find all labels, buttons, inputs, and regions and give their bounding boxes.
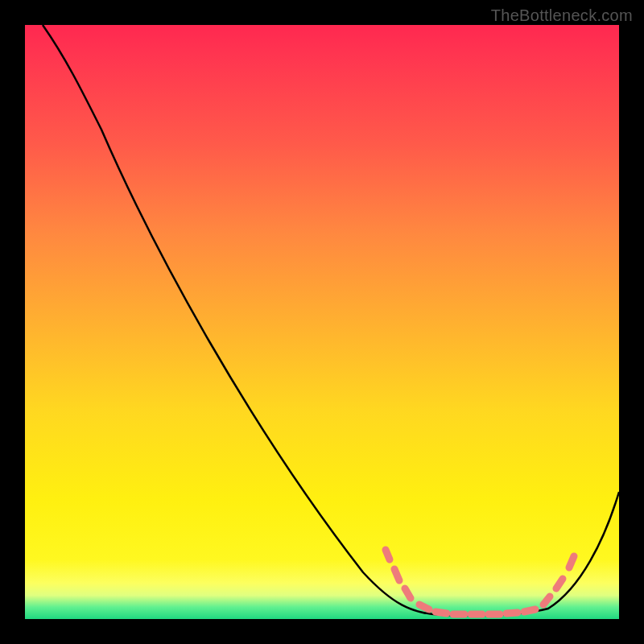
svg-line-1 <box>394 569 399 580</box>
svg-line-3 <box>419 605 429 609</box>
svg-line-11 <box>556 579 563 588</box>
watermark: TheBottleneck.com <box>491 6 633 25</box>
plot-area <box>25 25 619 619</box>
svg-line-0 <box>386 550 390 559</box>
svg-line-12 <box>569 556 574 568</box>
valley-markers <box>386 550 574 614</box>
curve-layer <box>25 25 619 619</box>
svg-line-9 <box>524 609 535 612</box>
svg-line-10 <box>543 597 550 605</box>
svg-line-4 <box>436 612 447 613</box>
bottleneck-curve <box>43 25 619 615</box>
svg-line-2 <box>405 588 411 598</box>
svg-line-8 <box>506 613 518 613</box>
